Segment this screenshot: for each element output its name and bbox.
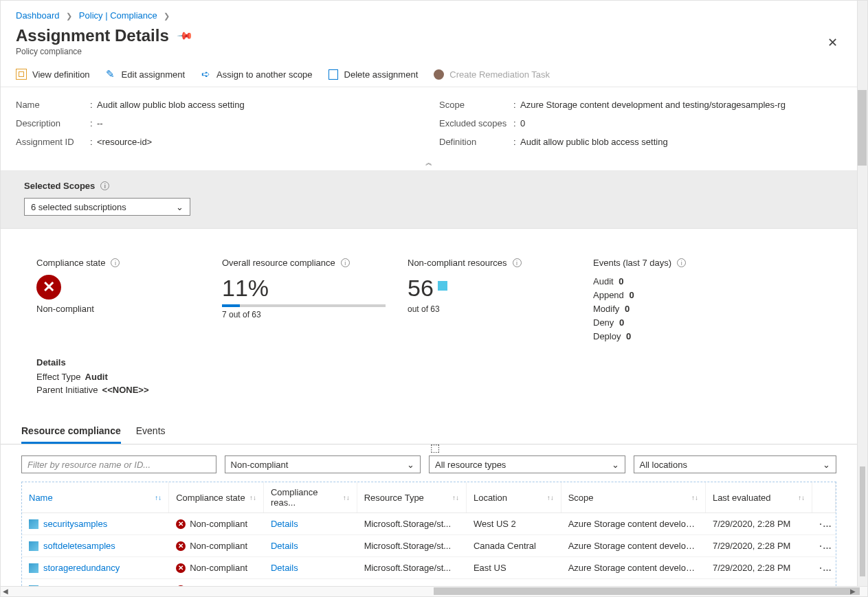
event-count: 0 [619, 276, 623, 286]
delete-assignment-button[interactable]: Delete assignment [328, 69, 419, 80]
event-name: Audit [593, 276, 614, 286]
arrow-right-icon: ➪ [200, 69, 211, 80]
sort-icon: ↑↓ [798, 494, 805, 502]
table-row[interactable]: securitysamples✕Non-compliantDetailsMicr… [22, 513, 836, 535]
cell-name: securitysamples [22, 519, 169, 529]
row-more-button[interactable]: ··· [812, 519, 836, 529]
prop-excluded-value: 0 [520, 118, 842, 128]
non-compliant-icon: ✕ [36, 275, 61, 300]
breadcrumb-dashboard[interactable]: Dashboard [16, 10, 60, 21]
storage-icon [29, 519, 38, 529]
col-location[interactable]: Location↑↓ [467, 482, 561, 512]
close-button[interactable]: ✕ [827, 35, 838, 50]
filter-type-value: All resource types [435, 460, 506, 470]
cell-reason: Details [264, 519, 357, 529]
info-icon[interactable]: i [677, 258, 686, 267]
cell-type: Microsoft.Storage/st... [357, 541, 467, 551]
filter-name-input[interactable]: Filter by resource name or ID... [21, 455, 216, 473]
col-last-evaluated[interactable]: Last evaluated↑↓ [706, 482, 812, 512]
chevron-right-icon: ❯ [164, 12, 170, 20]
col-compliance-reason[interactable]: Compliance reas...↑↓ [264, 482, 357, 512]
row-more-button[interactable]: ··· [812, 541, 836, 551]
content-area: Dashboard ❯ Policy | Compliance ❯ Assign… [1, 1, 857, 586]
progress-fill [222, 304, 240, 307]
non-compliant-resources-label: Non-compliant resources [408, 258, 507, 268]
details-link[interactable]: Details [271, 563, 298, 573]
scope-selector[interactable]: 6 selected subscriptions ⌄ [24, 198, 190, 216]
filter-type-select[interactable]: All resource types⌄ [429, 455, 625, 473]
cell-eval: 7/29/2020, 2:28 PM [706, 541, 812, 551]
grid-header: Name↑↓ Compliance state↑↓ Compliance rea… [22, 482, 836, 513]
details-link[interactable]: Details [271, 541, 298, 551]
event-row: Deploy 0 [593, 330, 772, 343]
info-icon[interactable]: i [111, 258, 120, 267]
filter-location-select[interactable]: All locations⌄ [634, 455, 836, 473]
sort-icon: ↑↓ [691, 494, 698, 502]
info-icon[interactable]: i [341, 258, 350, 267]
scope-selector-text: 6 selected subscriptions [31, 202, 126, 212]
filter-state-select[interactable]: Non-compliant⌄ [225, 455, 421, 473]
event-count: 0 [625, 304, 630, 314]
col-actions [812, 482, 836, 512]
properties-right: Scope:Azure Storage content development … [439, 95, 842, 151]
col-resource-type[interactable]: Resource Type↑↓ [357, 482, 467, 512]
properties-left: Name:Audit allow public blob access sett… [16, 95, 419, 151]
horizontal-scroll-thumb[interactable] [434, 587, 860, 595]
cube-icon [438, 281, 447, 291]
resource-grid: Name↑↓ Compliance state↑↓ Compliance rea… [21, 482, 836, 586]
prop-scope-label: Scope [439, 100, 513, 110]
col-name[interactable]: Name↑↓ [22, 482, 169, 512]
grid-scroll-thumb[interactable] [860, 466, 865, 576]
trash-icon [328, 69, 339, 80]
col-scope[interactable]: Scope↑↓ [561, 482, 706, 512]
view-definition-button[interactable]: View definition [16, 69, 90, 80]
chevron-down-icon: ⌄ [407, 460, 414, 470]
tab-events[interactable]: Events [136, 421, 166, 444]
collapse-caret[interactable]: ︽ [1, 155, 857, 171]
effect-type-value: Audit [85, 372, 108, 382]
scroll-left-arrow[interactable]: ◀ [3, 587, 8, 595]
selected-scopes-title: Selected Scopes [24, 181, 95, 191]
properties-grid: Name:Audit allow public blob access sett… [1, 87, 857, 155]
view-definition-label: View definition [32, 69, 90, 80]
table-row[interactable]: softdeletesamples✕Non-compliantDetailsMi… [22, 535, 836, 557]
event-name: Modify [593, 304, 619, 314]
cell-type: Microsoft.Storage/st... [357, 563, 467, 573]
event-count: 0 [619, 317, 624, 328]
scroll-right-arrow[interactable]: ▶ [850, 587, 856, 595]
prop-assignment-id-value: <resource-id> [97, 137, 419, 147]
prop-definition-value: Audit allow public blob access setting [520, 137, 842, 147]
compliance-state-value: Non-compliant [36, 304, 215, 314]
resource-link[interactable]: storageredundancy [43, 563, 120, 573]
prop-description-label: Description [16, 118, 90, 128]
resource-link[interactable]: softdeletesamples [43, 541, 115, 551]
selected-scopes-panel: Selected Scopes i 6 selected subscriptio… [1, 171, 857, 229]
assign-another-label: Assign to another scope [216, 69, 312, 80]
grid-body: securitysamples✕Non-compliantDetailsMicr… [22, 513, 836, 586]
details-link[interactable]: Details [271, 519, 298, 529]
breadcrumb-policy[interactable]: Policy | Compliance [79, 10, 157, 21]
pin-icon[interactable]: 📌 [176, 27, 194, 45]
create-remediation-label: Create Remediation Task [449, 69, 550, 80]
remediation-icon [433, 69, 444, 80]
details-heading: Details [36, 357, 842, 368]
event-count: 0 [629, 290, 634, 300]
filter-row: Filter by resource name or ID... Non-com… [1, 444, 857, 479]
info-icon[interactable]: i [100, 181, 109, 190]
table-row[interactable]: storageredundancysamples✕Non-compliantDe… [22, 579, 836, 586]
row-more-button[interactable]: ··· [812, 563, 836, 573]
events-list: Audit 0Append 0Modify 0Deny 0Deploy 0 [593, 275, 772, 343]
cell-name: storageredundancy [22, 563, 169, 573]
edit-assignment-button[interactable]: ✎ Edit assignment [105, 69, 186, 80]
vertical-scroll-thumb[interactable] [858, 90, 867, 166]
col-compliance-state[interactable]: Compliance state↑↓ [169, 482, 264, 512]
info-icon[interactable]: i [513, 258, 522, 267]
assign-another-scope-button[interactable]: ➪ Assign to another scope [200, 69, 312, 80]
tab-resource-compliance[interactable]: Resource compliance [21, 421, 121, 444]
resource-link[interactable]: securitysamples [43, 519, 107, 529]
non-compliant-resources-block: Non-compliant resourcesi 56 out of 63 [408, 258, 586, 343]
sort-icon: ↑↓ [343, 494, 350, 502]
table-row[interactable]: storageredundancy✕Non-compliantDetailsMi… [22, 557, 836, 579]
document-icon [16, 69, 27, 80]
event-name: Deny [593, 317, 614, 328]
